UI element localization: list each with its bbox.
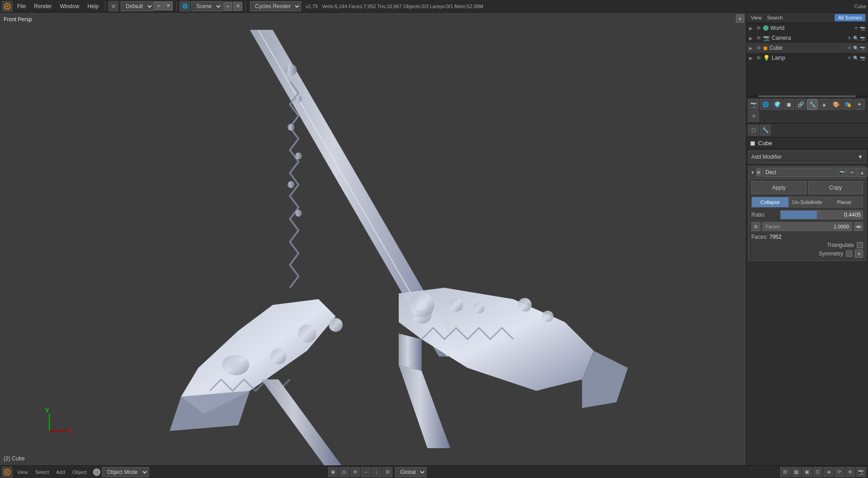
lamp-icon: 💡 [763, 55, 770, 61]
world-render-icon[interactable]: 📷 [860, 26, 865, 31]
modifier-collapse-arrow[interactable]: ▼ [750, 170, 755, 175]
tab-planar[interactable]: Planar [826, 197, 863, 207]
bottom-icon-4[interactable]: ↔ [361, 467, 371, 477]
world-vis-icon[interactable]: 👁 [854, 26, 859, 31]
outliner-scrollbar[interactable] [746, 95, 868, 97]
bottom-icon-1[interactable]: ◉ [328, 467, 338, 477]
triangulate-checkbox[interactable] [857, 242, 863, 248]
bottom-right-icon-8[interactable]: 📷 [856, 467, 866, 477]
factor-row: ⊞ Factor: 1.0000 ◀▶ [751, 222, 863, 231]
prop-material-icon[interactable]: 🎨 [830, 99, 841, 110]
layout-selector[interactable]: Default [121, 1, 154, 11]
sub-icon-2[interactable]: 🔧 [760, 125, 771, 136]
prop-world-icon[interactable]: 🌍 [772, 99, 783, 110]
bottom-icon-3[interactable]: ⊕ [350, 467, 360, 477]
outliner-row-lamp[interactable]: ▶ 👁 💡 Lamp 👁 🔍 📷 [746, 53, 868, 63]
bottom-add-btn[interactable]: Add [53, 469, 68, 475]
sub-icons-toolbar: ⬡ 🔧 [746, 123, 868, 137]
render-menu[interactable]: Render [30, 2, 55, 10]
screen-layout-icon[interactable]: ⊞ [108, 1, 119, 12]
bottom-right-icon-2[interactable]: ▦ [791, 467, 801, 477]
factor-label: Factor: [763, 224, 781, 229]
coordinate-system-selector[interactable]: Global [395, 467, 426, 477]
scene-icon[interactable]: 🌐 [179, 1, 190, 12]
cube-label: Cube [769, 45, 845, 51]
close-layout-btn[interactable]: ✕ [164, 1, 173, 10]
scene-selector[interactable]: Scene [191, 1, 222, 11]
eye-cube[interactable]: 👁 [756, 45, 761, 51]
bottom-icon-2[interactable]: ◎ [339, 467, 349, 477]
bottom-object-btn[interactable]: Object [70, 469, 90, 475]
window-menu[interactable]: Window [57, 2, 83, 10]
tab-collapse[interactable]: Collapse [752, 197, 789, 207]
prop-object-icon[interactable]: ◼ [783, 99, 794, 110]
file-menu[interactable]: File [14, 2, 29, 10]
camera-vis-icon[interactable]: 👁 [847, 36, 852, 41]
camera-select-icon[interactable]: 🔍 [853, 36, 859, 41]
viewport[interactable]: Front Persp + [0, 13, 746, 465]
outliner-scrollbar-thumb [759, 95, 856, 97]
outliner-search-btn[interactable]: Search [765, 14, 785, 21]
outliner-list: ▶ 👁 World 👁 📷 ▶ 👁 📷 Camera � [746, 23, 868, 95]
prop-render-icon[interactable]: 📷 [748, 99, 759, 110]
factor-arrows[interactable]: ◀▶ [854, 222, 863, 231]
outliner-row-camera[interactable]: ▶ 👁 📷 Camera 👁 🔍 📷 [746, 33, 868, 43]
add-scene-btn[interactable]: + [223, 2, 232, 11]
help-menu[interactable]: Help [84, 2, 102, 10]
outliner-view-btn[interactable]: View [749, 14, 764, 21]
eye-camera[interactable]: 👁 [756, 35, 761, 41]
sub-icon-1[interactable]: ⬡ [748, 125, 759, 136]
render-engine-selector[interactable]: Cycles Render [250, 1, 301, 11]
prop-physics-icon[interactable]: ⚛ [748, 111, 759, 122]
add-modifier-btn[interactable]: Add Modifier ▼ [748, 151, 866, 163]
bottom-right-icon-6[interactable]: ⟳ [835, 467, 844, 477]
prop-texture-icon[interactable]: 🎭 [842, 99, 853, 110]
svg-point-20 [518, 298, 532, 312]
bottom-view-btn[interactable]: View [14, 469, 31, 475]
mod-edit-icon[interactable]: ✏ [848, 168, 857, 177]
bottom-icon-5[interactable]: ↕ [372, 467, 382, 477]
cube-vis-icon[interactable]: 👁 [847, 46, 852, 51]
apply-btn[interactable]: Apply [751, 181, 807, 194]
mod-up-icon[interactable]: ▲ [858, 168, 867, 177]
cube-render-icon[interactable]: 📷 [860, 46, 865, 51]
modifier-name-input[interactable] [762, 168, 836, 177]
svg-point-28 [229, 360, 242, 369]
bottom-icon-6[interactable]: ⊞ [382, 467, 392, 477]
symmetry-checkbox[interactable] [846, 251, 852, 257]
outliner-row-world[interactable]: ▶ 👁 World 👁 📷 [746, 23, 868, 33]
prop-modifiers-icon[interactable]: 🔧 [807, 99, 818, 110]
cube-select-icon[interactable]: 🔍 [853, 46, 859, 51]
tab-unsubdivide[interactable]: Un-Subdivide [789, 197, 826, 207]
lamp-vis-icon[interactable]: 👁 [847, 56, 852, 61]
mod-render-icon[interactable]: 📷 [838, 168, 847, 177]
eye-lamp[interactable]: 👁 [756, 55, 761, 61]
factor-field[interactable]: Factor: 1.0000 [762, 222, 852, 231]
bottom-right-icon-5[interactable]: ◈ [824, 467, 834, 477]
close-scene-btn[interactable]: ✕ [233, 2, 242, 11]
bottom-right-icon-1[interactable]: ⊞ [780, 467, 790, 477]
prop-scene-icon[interactable]: 🌐 [760, 99, 771, 110]
outliner-header: View Search All Scenes [746, 13, 868, 23]
outliner-row-cube[interactable]: ▶ 👁 ◼ Cube 👁 🔍 📷 [746, 43, 868, 53]
bottom-blender-icon[interactable] [2, 467, 13, 478]
camera-render-icon[interactable]: 📷 [860, 36, 865, 41]
blender-icon[interactable] [2, 1, 13, 12]
bottom-right-icon-4[interactable]: ⊡ [813, 467, 823, 477]
modifier-card: ▼ ⊞ 📷 ✏ ▲ ▼ ✕ Apply Copy [748, 166, 866, 261]
mode-selector[interactable]: Object Mode [102, 467, 149, 477]
bottom-right-icon-7[interactable]: ⊕ [845, 467, 855, 477]
lamp-select-icon[interactable]: 🔍 [853, 56, 859, 61]
prop-particles-icon[interactable]: ✦ [854, 99, 865, 110]
bottom-select-btn[interactable]: Select [33, 469, 52, 475]
bottom-right-icon-3[interactable]: ▣ [802, 467, 812, 477]
symmetry-x-btn[interactable]: ✕ [855, 250, 863, 258]
add-layout-btn[interactable]: + [154, 1, 163, 10]
ratio-bar[interactable]: 0.4405 [780, 210, 863, 219]
lamp-render-icon[interactable]: 📷 [860, 56, 865, 61]
eye-world[interactable]: 👁 [756, 25, 761, 31]
all-scenes-btn[interactable]: All Scenes [835, 14, 865, 21]
copy-btn[interactable]: Copy [808, 181, 863, 194]
prop-constraints-icon[interactable]: 🔗 [795, 99, 806, 110]
prop-data-icon[interactable]: ▲ [819, 99, 830, 110]
